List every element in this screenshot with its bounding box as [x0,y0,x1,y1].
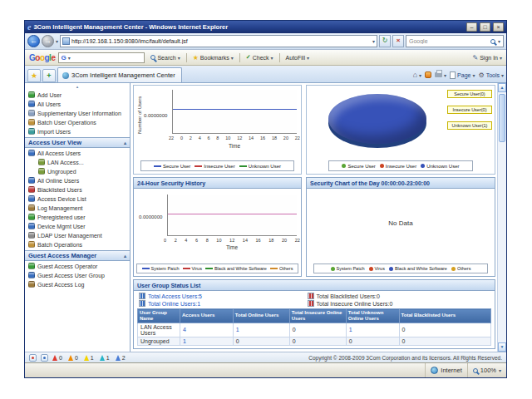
search-dropdown-icon[interactable]: ▾ [498,38,500,44]
section-access-user-view[interactable]: Access User View ▴ [25,137,130,148]
title-bar[interactable]: e 3Com Intelligent Management Center - W… [25,21,506,33]
cell-insecure-online[interactable]: 0 [289,337,346,345]
check-button[interactable]: ✓ Check ▾ [244,53,276,62]
cell-group-name[interactable]: LAN Access Users [138,323,180,337]
table-row[interactable]: Ungrouped 1 0 0 0 0 [138,337,491,345]
alarm-count[interactable]: 1 [84,355,94,361]
cell-blacklisted[interactable]: 0 [399,337,491,345]
cell-access-users[interactable]: 1 [180,337,234,345]
tools-menu-button[interactable]: ⚙Tools▾ [478,71,504,79]
sidebar-item[interactable]: Device Mgmt User [25,222,130,231]
sidebar-item[interactable]: Ungrouped [25,167,130,176]
cell-unknown-online[interactable]: 0 [346,337,399,345]
sidebar-item[interactable]: Access Device List [25,195,130,204]
sidebar-scroll-up[interactable]: ▴ [25,83,130,90]
minimize-button[interactable]: – [466,22,477,32]
print-button[interactable]: ▾ [435,72,446,78]
copyright-text: Copyright © 2008-2009 3Com Corporation a… [308,355,502,361]
scroll-down-button[interactable]: ▼ [498,342,506,352]
add-favorite-button[interactable]: + [42,69,56,82]
url-box[interactable]: ▾ [60,35,377,47]
alarm-count[interactable]: 1 [100,355,110,361]
sidebar-item[interactable]: All Online Users [25,176,130,185]
dropdown-icon[interactable]: ▾ [500,55,502,61]
refresh-button[interactable]: ↻ [379,35,391,47]
stop-button[interactable]: × [392,35,404,47]
autofill-button[interactable]: AutoFill ▾ [283,54,312,62]
maximize-button[interactable]: □ [480,22,490,32]
sign-in-button[interactable]: ✎ Sign In ▾ [472,54,502,62]
dropdown-icon[interactable]: ▾ [307,55,309,61]
sidebar-item[interactable]: Import Users [25,127,130,136]
cell-access-users[interactable]: 4 [180,323,234,337]
favorites-button[interactable]: ★ [27,69,41,82]
search-input[interactable] [409,38,488,44]
dropdown-icon[interactable]: ▾ [178,55,180,61]
dropdown-icon[interactable]: ▾ [231,55,234,61]
google-search-button[interactable]: Search ▾ [148,54,182,62]
sidebar-item[interactable]: All Access Users [25,149,130,158]
google-search-field[interactable]: G ▾ [58,52,145,63]
cell-online-users[interactable]: 1 [233,323,289,337]
sidebar-item[interactable]: Guest Access Log [25,280,130,289]
sidebar-item[interactable]: Preregistered user [25,213,130,222]
cell-online-users[interactable]: 0 [233,337,289,345]
cell-group-name[interactable]: Ungrouped [138,337,180,345]
search-box[interactable]: ▾ [406,35,504,47]
cell-blacklisted[interactable]: 0 [399,323,491,337]
bookmarks-button[interactable]: ★ Bookmarks ▾ [190,53,236,62]
alarm-sound-icon[interactable] [41,354,48,362]
forward-button[interactable]: → [42,35,54,47]
google-g-icon[interactable]: G [61,54,66,62]
summary-label[interactable]: Total Access Users:5 [148,293,202,299]
vertical-scrollbar[interactable]: ▲ ▼ [497,83,506,352]
page-menu-button[interactable]: Page▾ [450,71,475,79]
url-dropdown-icon[interactable]: ▾ [372,38,375,44]
url-input[interactable] [71,38,371,44]
dropdown-icon[interactable]: ▾ [419,72,421,78]
sidebar-item[interactable]: Add User [25,91,130,100]
cell-insecure-online[interactable]: 0 [289,323,346,337]
dropdown-icon[interactable]: ▾ [499,367,501,373]
sidebar-item[interactable]: LDAP User Management [25,231,130,240]
alarm-count[interactable]: 2 [116,355,126,361]
dropdown-icon[interactable]: ▾ [472,72,475,78]
collapse-icon[interactable]: ▴ [124,140,126,145]
legend-item: Black and White Software [389,266,447,271]
collapse-icon[interactable]: ▴ [124,253,126,259]
close-button[interactable]: × [493,22,504,32]
search-icon[interactable] [490,39,495,44]
sidebar-item[interactable]: Blacklisted Users [25,185,130,195]
back-button[interactable]: ← [27,35,40,47]
table-row[interactable]: LAN Access Users 4 1 0 1 0 [138,323,491,337]
alarm-count[interactable]: 0 [52,355,62,361]
feeds-button[interactable] [425,71,431,78]
zoom-control[interactable]: 100% ▾ [468,363,506,377]
tab-3com-imc[interactable]: 3Com Intelligent Management Center [57,67,182,82]
sidebar-item[interactable]: Supplementary User Information [25,109,130,118]
sidebar-item[interactable]: LAN Access... [25,158,130,167]
scroll-up-button[interactable]: ▲ [498,83,506,92]
dropdown-icon[interactable]: ▾ [444,72,446,78]
summary-label[interactable]: Total Insecure Online Users:0 [317,301,393,307]
dropdown-icon[interactable]: ▾ [501,72,504,78]
sidebar-item[interactable]: Batch Operations [25,240,130,249]
sidebar-item[interactable]: All Users [25,100,130,109]
dropdown-icon[interactable]: ▾ [271,55,273,61]
scrollbar-thumb[interactable] [499,94,505,142]
alarm-indicator-icon[interactable] [29,354,37,362]
history-dropdown-icon[interactable]: ▾ [56,38,58,44]
g-dropdown-icon[interactable]: ▾ [68,55,71,61]
summary-label[interactable]: Total Blacklisted Users:0 [317,293,380,299]
home-button[interactable]: ⌂▾ [413,71,421,79]
sidebar-item-icon [38,168,45,175]
summary-label[interactable]: Total Online Users:1 [148,301,200,307]
sidebar-item[interactable]: Guest Access User Group [25,271,130,280]
google-search-input[interactable] [72,55,143,61]
cell-unknown-online[interactable]: 1 [346,323,399,337]
sidebar-item[interactable]: Guest Access Operator [25,262,130,271]
sidebar-item[interactable]: Log Management [25,204,130,213]
alarm-count[interactable]: 0 [68,355,78,361]
section-guest-access-manager[interactable]: Guest Access Manager ▴ [25,250,130,261]
sidebar-item[interactable]: Batch User Operations [25,118,130,127]
